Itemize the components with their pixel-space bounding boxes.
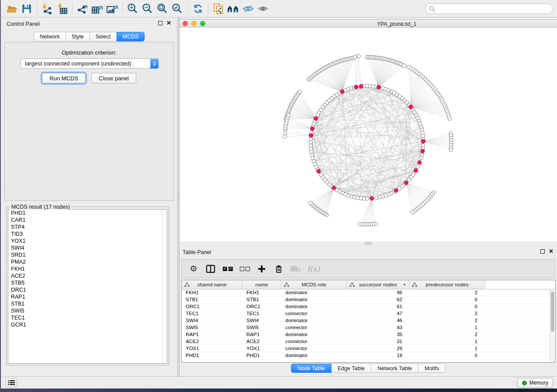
table-panel-float-icon[interactable] (540, 249, 545, 254)
export-network-icon[interactable] (75, 2, 90, 15)
column-header-successor-nodes[interactable]: successor nodes▼ (347, 280, 409, 289)
memory-button[interactable]: Memory (517, 378, 553, 388)
table-row[interactable]: STB1STB1dominator620 (182, 296, 555, 303)
search-box[interactable] (425, 3, 553, 14)
hide-selected-icon[interactable] (241, 2, 256, 15)
toolbar-separator (208, 3, 208, 15)
table-row[interactable]: SWI5SWI5connector431 (182, 324, 555, 331)
list-icon (8, 380, 15, 385)
select-stepper-icon: ▲▼ (150, 58, 159, 69)
column-header-predecessor-nodes[interactable]: predecessor nodes (409, 280, 485, 289)
mcds-result-item[interactable]: ACE2 (8, 272, 167, 279)
save-icon[interactable] (19, 2, 34, 15)
mcds-result-item[interactable]: PMA2 (8, 258, 167, 265)
table-row[interactable]: ORC1ORC1dominator610 (182, 303, 555, 310)
refresh-icon[interactable] (190, 2, 205, 15)
mcds-result-item[interactable]: STP4 (8, 224, 167, 230)
optimization-criterion-select[interactable]: largest connected component (undirected)… (21, 58, 159, 69)
mcds-result-item[interactable]: TEC1 (8, 314, 167, 321)
select-all-icon[interactable] (222, 263, 233, 275)
tab-motifs[interactable]: Motifs (419, 364, 446, 373)
network-window-titlebar[interactable]: YPA_prune.txt_1 (180, 19, 557, 28)
delete-column-icon[interactable] (273, 263, 284, 275)
tab-edge-table[interactable]: Edge Table (332, 364, 371, 373)
table-row[interactable]: SWI4SWI4dominator462 (182, 317, 555, 324)
mcds-result-item[interactable]: SRD1 (8, 251, 167, 258)
add-column-icon[interactable] (256, 263, 267, 275)
search-input[interactable] (436, 6, 552, 12)
table-scrollbar[interactable] (550, 290, 555, 362)
table-row[interactable]: TEC1TEC1connector472 (182, 310, 555, 317)
mcds-result-item[interactable]: FKH1 (8, 265, 167, 272)
tab-mcds[interactable]: MCDS (117, 32, 145, 41)
table-row[interactable]: YOX1YOX1connector291 (182, 345, 555, 352)
table-settings-gear-icon[interactable]: ⚙ (188, 263, 199, 275)
column-visibility-icon[interactable] (205, 263, 216, 275)
cytoscape-window: Control Panel ✕ NetworkStyleSelectMCDS O… (1, 0, 557, 389)
network-window: YPA_prune.txt_1 (180, 19, 557, 246)
table-row[interactable]: PHD1PHD1dominator180 (182, 352, 555, 359)
table-row[interactable]: ACE2ACE2connector311 (182, 338, 555, 345)
task-history-button[interactable] (5, 378, 17, 387)
control-panel-float-icon[interactable] (158, 21, 163, 25)
mcds-result-item[interactable]: RAP1 (8, 293, 167, 300)
status-bar: Memory (1, 376, 557, 389)
tab-network-table[interactable]: Network Table (371, 364, 419, 373)
table-panel-title: Table Panel (183, 249, 211, 255)
tab-style[interactable]: Style (66, 32, 90, 41)
table-tabs: Node TableEdge TableNetwork TableMotifs (180, 364, 557, 373)
toolbar-separator (37, 3, 37, 15)
mcds-result-item[interactable]: TID3 (8, 230, 167, 237)
mcds-result-item[interactable]: YOX1 (8, 237, 167, 244)
network-window-title: YPA_prune.txt_1 (180, 21, 557, 27)
deselect-all-icon[interactable] (239, 263, 250, 275)
mcds-result-item[interactable]: SWI4 (8, 244, 167, 251)
network-graph (180, 28, 557, 241)
column-header-MCDS-role[interactable]: MCDS role (281, 280, 347, 289)
zoom-out-icon[interactable] (140, 2, 155, 15)
optimization-criterion-label: Optimization criterion: (5, 49, 173, 56)
first-neighbors-icon[interactable] (226, 2, 241, 15)
mcds-result-item[interactable]: ORC1 (8, 286, 167, 293)
control-panel-close-icon[interactable]: ✕ (166, 21, 171, 25)
table-panel: Table Panel ✕ ⚙ (180, 246, 557, 376)
control-panel: Control Panel ✕ NetworkStyleSelectMCDS O… (1, 17, 177, 376)
mcds-result-groupbox: MCDS result (17 nodes) PHD1CAR1STP4TID3Y… (6, 204, 169, 365)
table-row[interactable]: RAP1RAP1dominator352 (182, 331, 555, 338)
table-header-row: shared namenameMCDS rolesuccessor nodes▼… (182, 280, 555, 289)
export-table-icon[interactable] (90, 2, 105, 15)
node-table[interactable]: shared namenameMCDS rolesuccessor nodes▼… (181, 280, 556, 363)
mcds-result-item[interactable]: CAR1 (8, 217, 167, 224)
mcds-result-item[interactable]: SWI5 (8, 307, 167, 314)
show-all-icon[interactable] (256, 2, 270, 15)
table-row[interactable]: FKH1FKH1dominator962 (182, 289, 555, 296)
network-canvas[interactable] (180, 28, 557, 241)
mcds-result-scrollbar[interactable] (161, 210, 167, 363)
network-table-splitter[interactable] (180, 241, 557, 246)
tab-node-table[interactable]: Node Table (291, 364, 332, 373)
mcds-result-item[interactable]: STB1 (8, 300, 167, 307)
zoom-fit-icon[interactable] (155, 2, 170, 15)
mcds-result-list[interactable]: PHD1CAR1STP4TID3YOX1SWI4SRD1PMA2FKH1ACE2… (8, 209, 167, 364)
zoom-selected-icon[interactable] (170, 2, 185, 15)
import-table-icon[interactable] (55, 2, 69, 15)
zoom-in-icon[interactable] (125, 2, 140, 15)
tab-network[interactable]: Network (34, 32, 66, 41)
export-image-icon[interactable] (105, 2, 120, 15)
close-panel-button[interactable]: Close panel (91, 73, 136, 83)
control-panel-tabs: NetworkStyleSelectMCDS (1, 32, 177, 41)
table-panel-close-icon[interactable]: ✕ (549, 249, 554, 254)
run-mcds-button[interactable]: Run MCDS (42, 73, 86, 83)
table-scrollbar-thumb[interactable] (551, 292, 554, 332)
open-icon[interactable] (4, 2, 19, 15)
column-header-shared-name[interactable]: shared name (182, 280, 242, 289)
mcds-result-item[interactable]: GCR1 (8, 321, 167, 328)
toolbar-separator (122, 3, 123, 15)
mcds-result-item[interactable]: PHD1 (8, 210, 167, 217)
column-header-name[interactable]: name (242, 280, 281, 289)
mcds-result-item[interactable]: STB5 (8, 279, 167, 286)
new-network-from-selection-icon[interactable] (211, 2, 226, 15)
tab-select[interactable]: Select (90, 32, 117, 41)
sort-chevron-icon: ▼ (403, 283, 406, 287)
import-network-icon[interactable] (40, 2, 55, 15)
